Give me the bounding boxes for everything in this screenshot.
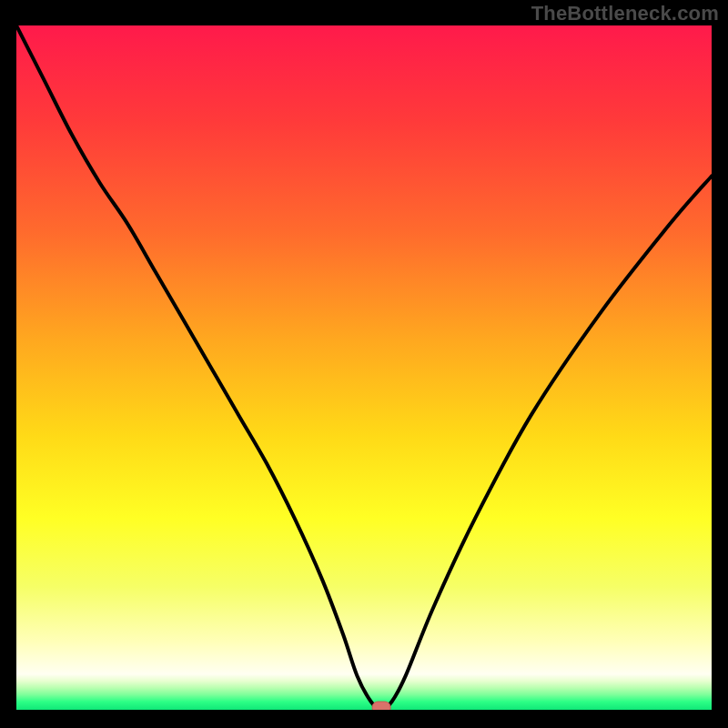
chart-frame: TheBottleneck.com bbox=[0, 0, 728, 728]
plot-background bbox=[16, 25, 712, 710]
plot-svg bbox=[16, 25, 712, 710]
minimum-marker bbox=[372, 702, 390, 710]
bottleneck-plot bbox=[16, 25, 712, 710]
watermark-text: TheBottleneck.com bbox=[531, 2, 719, 25]
